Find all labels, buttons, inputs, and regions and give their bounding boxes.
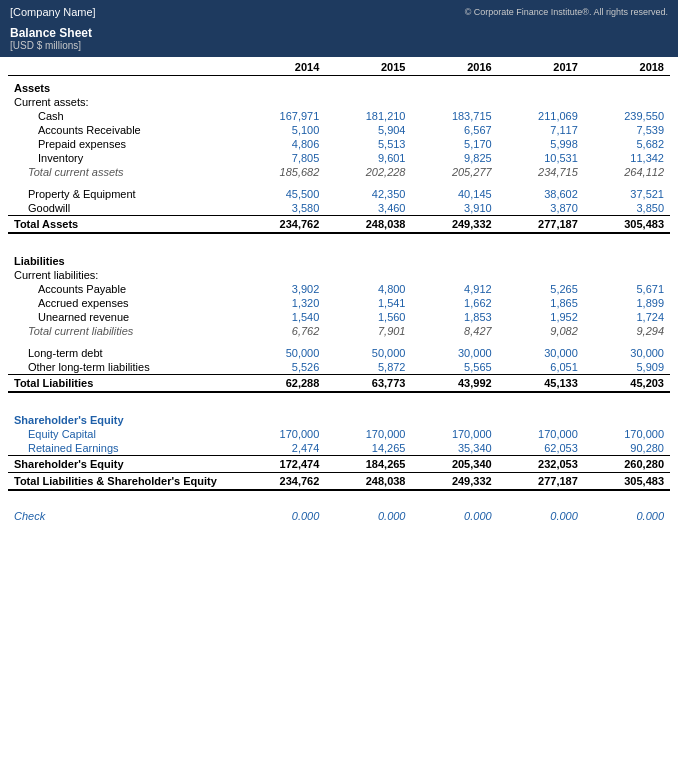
- spacer: [8, 233, 670, 241]
- label-header: [8, 57, 239, 76]
- shareholders-equity-row: Shareholder's Equity 172,474 184,265 205…: [8, 456, 670, 473]
- list-item: Goodwill 3,580 3,460 3,910 3,870 3,850: [8, 201, 670, 216]
- header: [Company Name] © Corporate Finance Insti…: [0, 0, 678, 57]
- total-current-liabilities-row: Total current liabilities 6,762 7,901 8,…: [8, 324, 670, 338]
- list-item: Long-term debt 50,000 50,000 30,000 30,0…: [8, 346, 670, 360]
- copyright: © Corporate Finance Institute®. All righ…: [465, 7, 668, 17]
- list-item: Prepaid expenses 4,806 5,513 5,170 5,998…: [8, 137, 670, 151]
- currency: [USD $ millions]: [10, 40, 668, 51]
- spacer: [8, 179, 670, 187]
- year-2015: 2015: [325, 57, 411, 76]
- list-item: Accrued expenses 1,320 1,541 1,662 1,865…: [8, 296, 670, 310]
- list-item: Unearned revenue 1,540 1,560 1,853 1,952…: [8, 310, 670, 324]
- list-item: Property & Equipment 45,500 42,350 40,14…: [8, 187, 670, 201]
- check-row: Check 0.000 0.000 0.000 0.000 0.000: [8, 506, 670, 523]
- spacer: [8, 400, 670, 408]
- current-assets-label: Current assets:: [8, 95, 670, 109]
- list-item: Accounts Payable 3,902 4,800 4,912 5,265…: [8, 282, 670, 296]
- column-headers: 2014 2015 2016 2017 2018: [8, 57, 670, 76]
- company-name: [Company Name]: [10, 6, 96, 18]
- list-item: Equity Capital 170,000 170,000 170,000 1…: [8, 427, 670, 441]
- liabilities-section-header: Liabilities: [8, 249, 670, 268]
- year-2017: 2017: [498, 57, 584, 76]
- year-2016: 2016: [411, 57, 497, 76]
- list-item: Other long-term liabilities 5,526 5,872 …: [8, 360, 670, 375]
- total-assets-row: Total Assets 234,762 248,038 249,332 277…: [8, 216, 670, 234]
- list-item: Accounts Receivable 5,100 5,904 6,567 7,…: [8, 123, 670, 137]
- assets-section-header: Assets: [8, 76, 670, 96]
- equity-section-header: Shareholder's Equity: [8, 408, 670, 427]
- spacer: [8, 498, 670, 506]
- spacer: [8, 241, 670, 249]
- list-item: Retained Earnings 2,474 14,265 35,340 62…: [8, 441, 670, 456]
- current-liabilities-label: Current liabilities:: [8, 268, 670, 282]
- spacer: [8, 338, 670, 346]
- year-2014: 2014: [239, 57, 325, 76]
- year-2018: 2018: [584, 57, 670, 76]
- sheet-title: Balance Sheet: [10, 26, 668, 40]
- total-current-assets-row: Total current assets 185,682 202,228 205…: [8, 165, 670, 179]
- balance-sheet-table: 2014 2015 2016 2017 2018 Assets Current …: [0, 57, 678, 523]
- spacer: [8, 392, 670, 400]
- list-item: Cash 167,971 181,210 183,715 211,069 239…: [8, 109, 670, 123]
- spacer: [8, 490, 670, 498]
- total-liabilities-equity-row: Total Liabilities & Shareholder's Equity…: [8, 473, 670, 491]
- list-item: Inventory 7,805 9,601 9,825 10,531 11,34…: [8, 151, 670, 165]
- total-liabilities-row: Total Liabilities 62,288 63,773 43,992 4…: [8, 375, 670, 393]
